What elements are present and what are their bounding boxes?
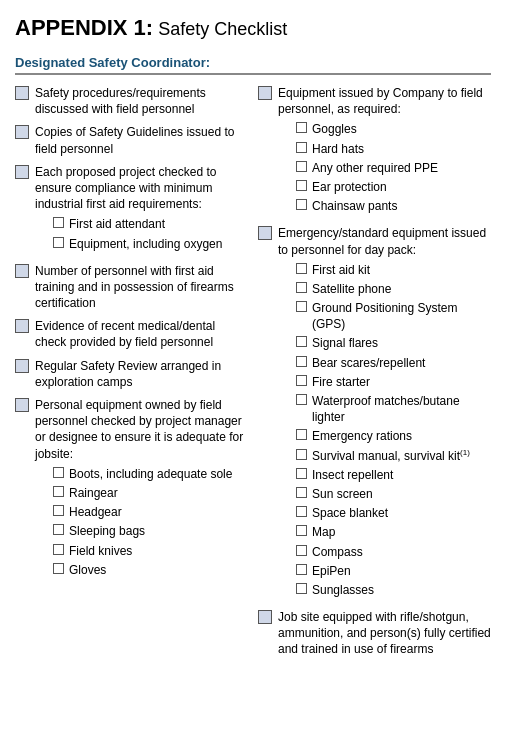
sub-list-item: Compass <box>296 544 491 560</box>
sub-list-item: Boots, including adequate sole <box>53 466 248 482</box>
list-item: Safety procedures/requirements discussed… <box>15 85 248 117</box>
list-item: Personal equipment owned by field person… <box>15 397 248 582</box>
sub-list-item: Any other required PPE <box>296 160 491 176</box>
sub-list-item: Waterproof matches/butane lighter <box>296 393 491 425</box>
right-column: Equipment issued by Company to field per… <box>258 85 491 665</box>
sub-list-item: Chainsaw pants <box>296 198 491 214</box>
sub-list-item: Sleeping bags <box>53 523 248 539</box>
page-title: APPENDIX 1: Safety Checklist <box>15 15 491 41</box>
item-text: Each proposed project checked to ensure … <box>35 164 248 256</box>
sub-list-item: Survival manual, survival kit(1) <box>296 448 491 464</box>
list-item: Equipment issued by Company to field per… <box>258 85 491 218</box>
sub-list-item: Hard hats <box>296 141 491 157</box>
sub-list-item: Map <box>296 524 491 540</box>
sub-list-item: Sunglasses <box>296 582 491 598</box>
list-item: Regular Safety Review arranged in explor… <box>15 358 248 390</box>
sub-list-item: First aid kit <box>296 262 491 278</box>
item-text: Number of personnel with first aid train… <box>35 263 248 312</box>
left-column: Safety procedures/requirements discussed… <box>15 85 248 665</box>
list-item: Each proposed project checked to ensure … <box>15 164 248 256</box>
sub-list-item: EpiPen <box>296 563 491 579</box>
item-text: Personal equipment owned by field person… <box>35 397 248 582</box>
item-text: Emergency/standard equipment issued to p… <box>278 225 491 602</box>
sub-list-item: Field knives <box>53 543 248 559</box>
item-text: Job site equipped with rifle/shotgun, am… <box>278 609 491 658</box>
list-item: Job site equipped with rifle/shotgun, am… <box>258 609 491 658</box>
sub-list-item: Raingear <box>53 485 248 501</box>
sub-list-item: Fire starter <box>296 374 491 390</box>
list-item: Emergency/standard equipment issued to p… <box>258 225 491 602</box>
section-header: Designated Safety Coordinator: <box>15 55 491 75</box>
item-text: Safety procedures/requirements discussed… <box>35 85 248 117</box>
sub-list-item: Bear scares/repellent <box>296 355 491 371</box>
main-content: Safety procedures/requirements discussed… <box>15 85 491 665</box>
sub-list-item: Insect repellent <box>296 467 491 483</box>
list-item: Copies of Safety Guidelines issued to fi… <box>15 124 248 156</box>
list-item: Number of personnel with first aid train… <box>15 263 248 312</box>
sub-list-item: Sun screen <box>296 486 491 502</box>
sub-list-item: Ear protection <box>296 179 491 195</box>
sub-list-item: Emergency rations <box>296 428 491 444</box>
sub-list-item: Gloves <box>53 562 248 578</box>
sub-list-item: Equipment, including oxygen <box>53 236 248 252</box>
item-text: Regular Safety Review arranged in explor… <box>35 358 248 390</box>
sub-list-item: Signal flares <box>296 335 491 351</box>
sub-list-item: First aid attendant <box>53 216 248 232</box>
list-item: Evidence of recent medical/dental check … <box>15 318 248 350</box>
sub-list-item: Satellite phone <box>296 281 491 297</box>
sub-list-item: Space blanket <box>296 505 491 521</box>
item-text: Equipment issued by Company to field per… <box>278 85 491 218</box>
sub-list-item: Headgear <box>53 504 248 520</box>
item-text: Evidence of recent medical/dental check … <box>35 318 248 350</box>
item-text: Copies of Safety Guidelines issued to fi… <box>35 124 248 156</box>
sub-list-item: Ground Positioning System (GPS) <box>296 300 491 332</box>
sub-list-item: Goggles <box>296 121 491 137</box>
